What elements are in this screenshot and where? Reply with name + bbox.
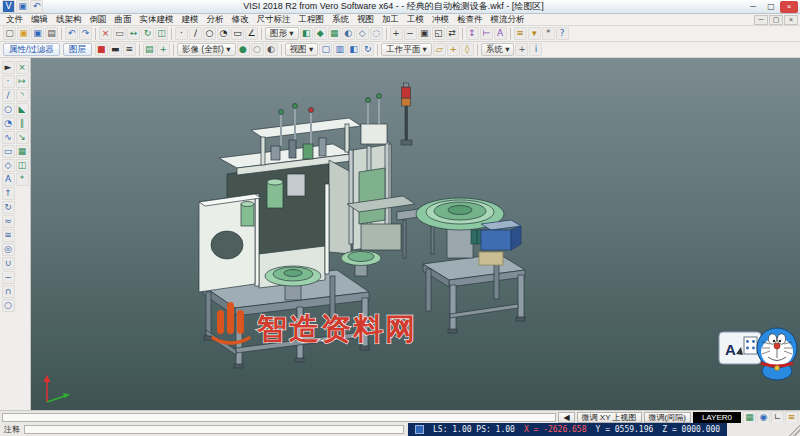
menu-item-6[interactable]: 建模 <box>178 14 203 26</box>
system-dropdown[interactable]: 系统 ▾ <box>481 43 515 56</box>
redo-icon[interactable]: ↷ <box>79 27 92 40</box>
hidden-line-icon[interactable]: ◌ <box>370 27 383 40</box>
offset-icon[interactable]: ∥ <box>16 117 29 130</box>
menu-item-4[interactable]: 曲面 <box>111 14 136 26</box>
collapse-button[interactable]: ◀ <box>558 412 574 423</box>
zoom-fit-icon[interactable]: ▣ <box>418 27 431 40</box>
menu-item-5[interactable]: 实体建模 <box>136 14 178 26</box>
select-icon[interactable]: ▭ <box>113 27 126 40</box>
move-icon[interactable]: ↔ <box>127 27 140 40</box>
array-icon[interactable]: ▦ <box>16 145 29 158</box>
explode-icon[interactable]: * <box>16 173 29 186</box>
surface-icon[interactable]: ◧ <box>300 27 313 40</box>
intersect-icon[interactable]: ∩ <box>2 285 15 298</box>
tab-layers[interactable]: 图层 <box>63 43 92 56</box>
menu-item-0[interactable]: 文件 <box>2 14 27 26</box>
line-icon[interactable]: ∕ <box>189 27 202 40</box>
delete-icon[interactable]: × <box>99 27 112 40</box>
iso-view-icon[interactable]: ◧ <box>347 43 360 56</box>
app-icon[interactable]: V <box>2 0 15 13</box>
solid-icon[interactable]: ◆ <box>314 27 327 40</box>
settings-icon[interactable]: + <box>515 43 528 56</box>
minimize-button[interactable]: ─ <box>744 1 762 13</box>
rotate-view-icon[interactable]: ↻ <box>361 43 374 56</box>
add-layer-icon[interactable]: + <box>157 43 170 56</box>
point-tool-icon[interactable]: · <box>2 75 15 88</box>
hole-icon[interactable]: ○ <box>2 299 15 312</box>
revolve-icon[interactable]: ↻ <box>2 201 15 214</box>
top-view-icon[interactable]: ▢ <box>319 43 332 56</box>
subtract-icon[interactable]: − <box>2 271 15 284</box>
workplane-dropdown[interactable]: 工作平面 ▾ <box>381 43 432 56</box>
loft-icon[interactable]: ≅ <box>2 229 15 242</box>
save-icon[interactable]: ▣ <box>31 27 44 40</box>
table-style-button[interactable] <box>744 337 757 354</box>
nudge-step-button[interactable]: 微调(间隔) <box>644 412 691 423</box>
graphics-dropdown[interactable]: 图形 ▾ <box>265 27 299 40</box>
info-icon[interactable]: i <box>529 43 542 56</box>
shell-icon[interactable]: ◎ <box>2 243 15 256</box>
menu-item-10[interactable]: 工程图 <box>295 14 329 26</box>
mdi-restore-button[interactable]: ▢ <box>769 15 783 25</box>
circle-tool-icon[interactable]: ○ <box>2 103 15 116</box>
new-workplane-icon[interactable]: + <box>447 43 460 56</box>
union-icon[interactable]: ∪ <box>2 257 15 270</box>
rectangle-icon[interactable]: ▭ <box>231 27 244 40</box>
menu-item-17[interactable]: 模流分析 <box>487 14 529 26</box>
invert-visibility-icon[interactable]: ◐ <box>265 43 278 56</box>
chamfer-icon[interactable]: ◣ <box>16 103 29 116</box>
line-type-icon[interactable]: ▬ <box>109 43 122 56</box>
layer-visibility-icon[interactable]: ▤ <box>143 43 156 56</box>
show-all-icon[interactable]: ● <box>237 43 250 56</box>
hide-all-icon[interactable]: ○ <box>251 43 264 56</box>
shaded-view-icon[interactable]: ◐ <box>342 27 355 40</box>
annotation-icon[interactable]: A <box>494 27 507 40</box>
note-input-field[interactable] <box>24 425 404 434</box>
mdi-minimize-button[interactable]: ─ <box>754 15 768 25</box>
menu-item-8[interactable]: 修改 <box>228 14 253 26</box>
fillet-icon[interactable]: ◝ <box>16 89 29 102</box>
quick-undo-icon[interactable]: ↶ <box>30 0 43 13</box>
filter-icon[interactable]: ▾ <box>528 27 541 40</box>
circle-icon[interactable]: ○ <box>203 27 216 40</box>
rotate-icon[interactable]: ↻ <box>141 27 154 40</box>
resize-grip[interactable] <box>788 424 800 436</box>
snap-toggle-icon[interactable]: ◉ <box>757 411 770 424</box>
line-tool-icon[interactable]: ∕ <box>2 89 15 102</box>
pan-icon[interactable]: ⇄ <box>446 27 459 40</box>
menu-item-1[interactable]: 编辑 <box>27 14 52 26</box>
line-weight-icon[interactable]: ≡ <box>123 43 136 56</box>
polyline-icon[interactable]: ∠ <box>245 27 258 40</box>
group-icon[interactable]: ◫ <box>16 159 29 172</box>
coordinate-mode-icon[interactable] <box>415 425 424 434</box>
select-arrow-icon[interactable]: ► <box>2 61 15 74</box>
menu-item-3[interactable]: 倒圆 <box>86 14 111 26</box>
measure-icon[interactable]: ↕ <box>466 27 479 40</box>
layer-manager-icon[interactable]: ≡ <box>514 27 527 40</box>
view-dropdown[interactable]: 视图 ▾ <box>285 43 319 56</box>
open-file-icon[interactable]: ▣ <box>17 27 30 40</box>
wireframe-view-icon[interactable]: ◇ <box>356 27 369 40</box>
workplane-icon[interactable]: ▱ <box>433 43 446 56</box>
extrude-icon[interactable]: ↑ <box>2 187 15 200</box>
menu-item-16[interactable]: 检查件 <box>453 14 487 26</box>
menu-item-7[interactable]: 分析 <box>203 14 228 26</box>
quick-save-icon[interactable]: ▣ <box>16 0 29 13</box>
maximize-button[interactable]: ▢ <box>762 1 780 13</box>
text-tool-icon[interactable]: A <box>2 173 15 186</box>
nudge-view-button[interactable]: 微调 XY 上视图 <box>577 412 642 423</box>
rectangle-tool-icon[interactable]: ▭ <box>2 145 15 158</box>
mdi-close-button[interactable]: × <box>784 15 798 25</box>
tab-properties-filters[interactable]: 属性/过滤器 <box>3 43 60 56</box>
point-icon[interactable]: · <box>175 27 188 40</box>
mirror-icon[interactable]: ◫ <box>155 27 168 40</box>
sweep-icon[interactable]: ≈ <box>2 215 15 228</box>
menu-item-15[interactable]: 冲模 <box>428 14 453 26</box>
menu-item-9[interactable]: 尺寸标注 <box>253 14 295 26</box>
help-icon[interactable]: ? <box>556 27 569 40</box>
menu-item-14[interactable]: 工模 <box>403 14 428 26</box>
arc-tool-icon[interactable]: ◔ <box>2 117 15 130</box>
front-view-icon[interactable]: ▥ <box>333 43 346 56</box>
options-icon[interactable]: * <box>542 27 555 40</box>
grid-toggle-icon[interactable]: ▦ <box>743 411 756 424</box>
